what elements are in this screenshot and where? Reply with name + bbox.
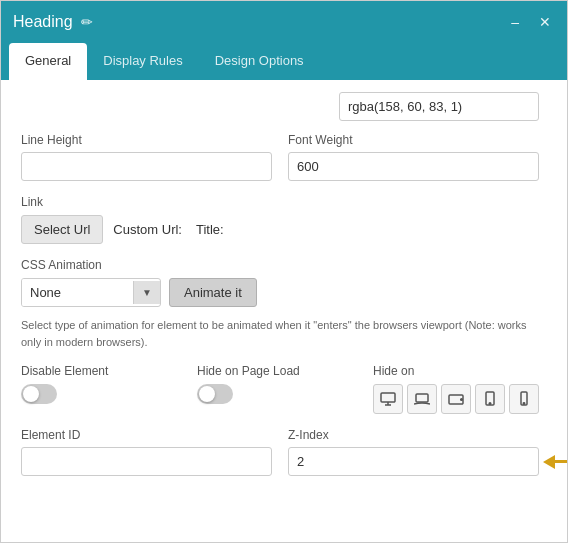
device-desktop-button[interactable] <box>373 384 403 414</box>
line-height-font-weight-row: Line Height Font Weight <box>21 133 539 181</box>
line-height-input[interactable] <box>21 152 272 181</box>
css-animation-label: CSS Animation <box>21 258 539 272</box>
device-tablet-landscape-button[interactable] <box>441 384 471 414</box>
disable-element-label: Disable Element <box>21 364 197 378</box>
svg-rect-0 <box>381 393 395 402</box>
main-window: Heading ✏ – ✕ General Display Rules Desi… <box>0 0 568 543</box>
animation-dropdown-wrapper: None ▼ <box>21 278 161 307</box>
device-tablet-portrait-button[interactable] <box>475 384 505 414</box>
disable-element-toggle[interactable] <box>21 384 57 404</box>
color-row <box>21 92 539 121</box>
edit-icon[interactable]: ✏ <box>81 14 93 30</box>
bottom-row: Element ID Z-Index <box>21 428 539 476</box>
hide-on-page-load-knob <box>199 386 215 402</box>
link-row: Select Url Custom Url: Title: <box>21 215 539 244</box>
tab-design-options[interactable]: Design Options <box>199 43 320 80</box>
animation-dropdown[interactable]: None <box>22 279 133 306</box>
css-animation-section: CSS Animation None ▼ Animate it <box>21 258 539 307</box>
minimize-button[interactable]: – <box>507 12 523 32</box>
z-index-col: Z-Index <box>288 428 539 476</box>
arrow-indicator <box>543 455 567 469</box>
title-label: Title: <box>196 222 224 237</box>
link-section: Link Select Url Custom Url: Title: <box>21 195 539 244</box>
css-animation-row: None ▼ Animate it <box>21 278 539 307</box>
font-weight-col: Font Weight <box>288 133 539 181</box>
titlebar-left: Heading ✏ <box>13 13 93 31</box>
font-weight-input[interactable] <box>288 152 539 181</box>
element-id-col: Element ID <box>21 428 272 476</box>
svg-point-9 <box>523 403 524 404</box>
titlebar: Heading ✏ – ✕ <box>1 1 567 43</box>
font-weight-label: Font Weight <box>288 133 539 147</box>
z-index-input[interactable] <box>288 447 539 476</box>
color-input[interactable] <box>339 92 539 121</box>
tab-display-rules[interactable]: Display Rules <box>87 43 198 80</box>
tab-general[interactable]: General <box>9 43 87 80</box>
z-index-wrapper <box>288 447 539 476</box>
custom-url-label: Custom Url: <box>113 222 182 237</box>
hide-on-page-load-col: Hide on Page Load <box>197 364 373 414</box>
svg-point-5 <box>461 399 463 401</box>
window-title: Heading <box>13 13 73 31</box>
hide-on-col: Hide on <box>373 364 539 414</box>
svg-point-7 <box>489 403 491 405</box>
device-laptop-button[interactable] <box>407 384 437 414</box>
element-id-input[interactable] <box>21 447 272 476</box>
disable-element-col: Disable Element <box>21 364 197 414</box>
titlebar-controls: – ✕ <box>507 12 555 32</box>
svg-rect-3 <box>416 394 428 402</box>
device-mobile-button[interactable] <box>509 384 539 414</box>
disable-element-knob <box>23 386 39 402</box>
hide-on-page-load-label: Hide on Page Load <box>197 364 373 378</box>
close-button[interactable]: ✕ <box>535 12 555 32</box>
select-url-button[interactable]: Select Url <box>21 215 103 244</box>
animate-it-button[interactable]: Animate it <box>169 278 257 307</box>
line-height-col: Line Height <box>21 133 272 181</box>
arrow-line <box>555 460 567 463</box>
form-body: Line Height Font Weight Link Select Url … <box>1 80 567 496</box>
z-index-label: Z-Index <box>288 428 539 442</box>
line-height-label: Line Height <box>21 133 272 147</box>
content-area: Line Height Font Weight Link Select Url … <box>1 80 567 542</box>
hide-on-label: Hide on <box>373 364 539 378</box>
toggle-row: Disable Element Hide on Page Load Hide o… <box>21 364 539 414</box>
dropdown-arrow-button[interactable]: ▼ <box>133 281 160 304</box>
link-meta: Custom Url: Title: <box>113 222 223 237</box>
element-id-label: Element ID <box>21 428 272 442</box>
hide-on-page-load-toggle[interactable] <box>197 384 233 404</box>
arrow-head-icon <box>543 455 555 469</box>
link-label: Link <box>21 195 539 209</box>
animation-note: Select type of animation for element to … <box>21 317 539 350</box>
device-icons-row <box>373 384 539 414</box>
tab-bar: General Display Rules Design Options <box>1 43 567 80</box>
